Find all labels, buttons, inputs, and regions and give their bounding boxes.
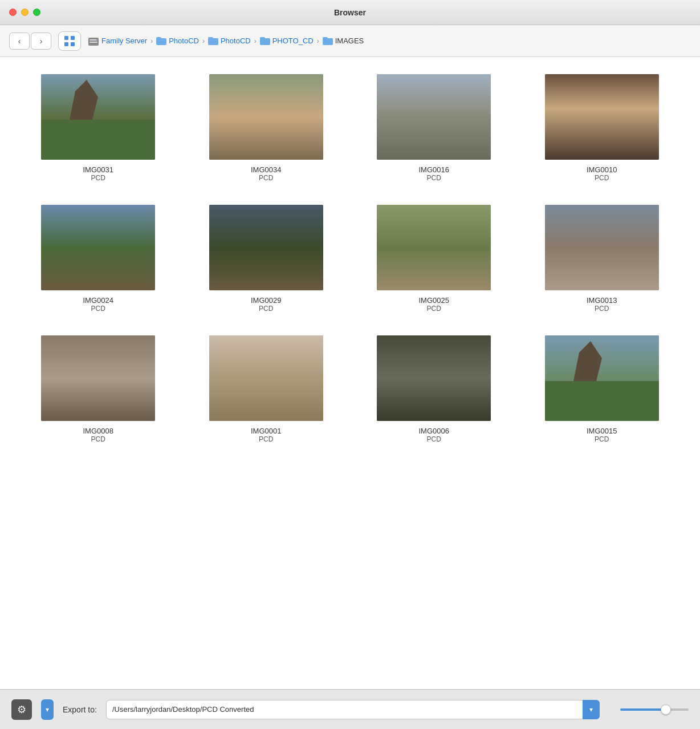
close-button[interactable] <box>9 9 17 16</box>
export-dropdown-button[interactable]: ▾ <box>583 700 600 719</box>
image-item-img0001[interactable]: IMG0001PCD <box>191 335 342 443</box>
breadcrumb-sep-2: › <box>202 37 205 45</box>
image-item-img0029[interactable]: IMG0029PCD <box>191 205 342 313</box>
breadcrumb-sep-3: › <box>254 37 257 45</box>
view-toggle-button[interactable] <box>58 31 81 51</box>
breadcrumb-label-images: IMAGES <box>335 37 364 45</box>
bottom-bar: ⚙ ▾ Export to: ▾ <box>0 689 700 729</box>
breadcrumb-label-photocdb: PhotoCD <box>221 37 251 45</box>
image-item-img0008[interactable]: IMG0008PCD <box>23 335 174 443</box>
window-title: Browser <box>334 8 366 17</box>
image-name-img0008: IMG0008 <box>83 427 113 435</box>
breadcrumb-item-family-server[interactable]: Family Server <box>88 37 147 46</box>
breadcrumb-label-photo-cd: PHOTO_CD <box>272 37 314 45</box>
title-bar: Browser <box>0 0 700 25</box>
image-item-img0010[interactable]: IMG0010PCD <box>527 74 678 182</box>
breadcrumb: Family Server › PhotoCD › PhotoCD › PHOT… <box>88 37 691 46</box>
breadcrumb-item-images[interactable]: IMAGES <box>323 37 364 45</box>
image-type-img0013: PCD <box>595 305 609 313</box>
breadcrumb-sep-4: › <box>317 37 319 45</box>
image-item-img0015[interactable]: IMG0015PCD <box>527 335 678 443</box>
image-item-img0013[interactable]: IMG0013PCD <box>527 205 678 313</box>
image-type-img0025: PCD <box>427 305 441 313</box>
export-path-container: ▾ <box>106 700 600 719</box>
folder-icon-2 <box>208 37 218 45</box>
chevron-down-icon: ▾ <box>46 706 49 714</box>
image-name-img0034: IMG0034 <box>251 165 281 174</box>
image-name-img0010: IMG0010 <box>587 165 617 174</box>
gear-dropdown-button[interactable]: ▾ <box>41 699 54 720</box>
folder-icon-4 <box>323 37 333 45</box>
image-type-img0031: PCD <box>91 174 105 182</box>
gear-icon: ⚙ <box>17 703 26 716</box>
toolbar: ‹ › Family Server › PhotoCD <box>0 25 700 57</box>
image-item-img0034[interactable]: IMG0034PCD <box>191 74 342 182</box>
image-name-img0015: IMG0015 <box>587 427 617 435</box>
breadcrumb-label-family-server: Family Server <box>101 37 147 45</box>
image-type-img0034: PCD <box>259 174 273 182</box>
image-type-img0016: PCD <box>427 174 441 182</box>
image-type-img0029: PCD <box>259 305 273 313</box>
image-grid-container: IMG0031PCDIMG0034PCDIMG0016PCDIMG0010PCD… <box>0 57 700 689</box>
image-grid: IMG0031PCDIMG0034PCDIMG0016PCDIMG0010PCD… <box>23 74 677 443</box>
image-type-img0015: PCD <box>595 435 609 443</box>
image-name-img0013: IMG0013 <box>587 296 617 305</box>
image-item-img0016[interactable]: IMG0016PCD <box>359 74 510 182</box>
folder-icon-1 <box>156 37 166 45</box>
folder-icon-3 <box>260 37 270 45</box>
image-type-img0024: PCD <box>91 305 105 313</box>
svg-rect-1 <box>71 36 75 40</box>
back-button[interactable]: ‹ <box>9 33 30 50</box>
image-item-img0025[interactable]: IMG0025PCD <box>359 205 510 313</box>
gear-settings-button[interactable]: ⚙ <box>11 699 32 720</box>
image-name-img0016: IMG0016 <box>419 165 449 174</box>
image-type-img0006: PCD <box>427 435 441 443</box>
minimize-button[interactable] <box>21 9 29 16</box>
image-name-img0031: IMG0031 <box>83 165 113 174</box>
forward-button[interactable]: › <box>31 33 51 50</box>
zoom-slider[interactable] <box>620 708 689 711</box>
image-name-img0029: IMG0029 <box>251 296 281 305</box>
image-item-img0024[interactable]: IMG0024PCD <box>23 205 174 313</box>
svg-rect-3 <box>71 42 75 46</box>
breadcrumb-item-photocda[interactable]: PhotoCD <box>156 37 199 45</box>
image-name-img0025: IMG0025 <box>419 296 449 305</box>
server-icon <box>88 37 99 46</box>
chevron-down-icon-export: ▾ <box>589 706 593 714</box>
image-type-img0008: PCD <box>91 435 105 443</box>
breadcrumb-item-photo-cd[interactable]: PHOTO_CD <box>260 37 314 45</box>
breadcrumb-sep-1: › <box>150 37 153 45</box>
maximize-button[interactable] <box>33 9 40 16</box>
image-type-img0010: PCD <box>595 174 609 182</box>
breadcrumb-item-photocdb[interactable]: PhotoCD <box>208 37 251 45</box>
svg-rect-2 <box>64 42 68 46</box>
image-name-img0006: IMG0006 <box>419 427 449 435</box>
image-type-img0001: PCD <box>259 435 273 443</box>
image-name-img0024: IMG0024 <box>83 296 113 305</box>
export-path-input[interactable] <box>106 700 600 719</box>
svg-rect-6 <box>89 42 97 43</box>
svg-rect-0 <box>64 36 68 40</box>
image-item-img0031[interactable]: IMG0031PCD <box>23 74 174 182</box>
image-item-img0006[interactable]: IMG0006PCD <box>359 335 510 443</box>
zoom-slider-container <box>620 708 689 711</box>
svg-rect-7 <box>96 39 97 40</box>
export-label: Export to: <box>63 705 97 714</box>
breadcrumb-label-photocda: PhotoCD <box>169 37 199 45</box>
image-name-img0001: IMG0001 <box>251 427 281 435</box>
svg-rect-5 <box>89 39 97 40</box>
